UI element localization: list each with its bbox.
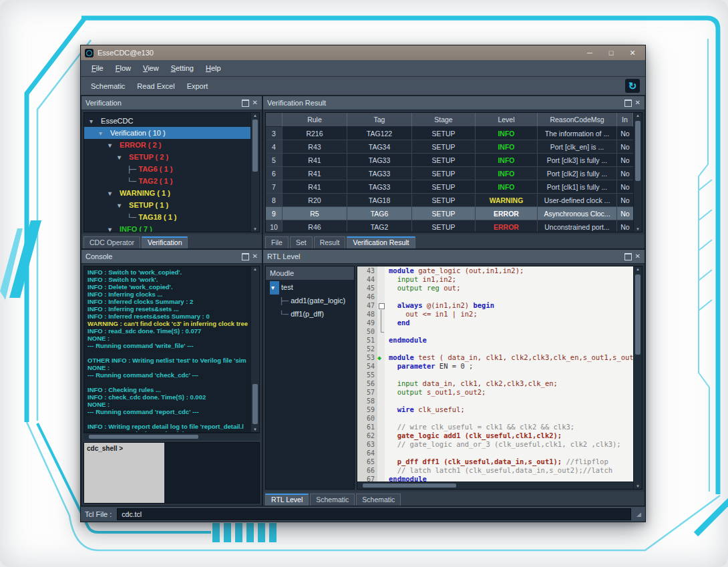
table-row[interactable]: 6R41TAG33SETUPINFOPort [clk2] is fully .… (266, 167, 633, 180)
minimize-button[interactable]: ─ (581, 49, 598, 57)
table-row[interactable]: 8R20TAG18SETUPWARNINGUser-defined clock … (266, 194, 633, 207)
column-header-Stage[interactable]: Stage (412, 113, 476, 127)
column-header-Rule[interactable]: Rule (283, 113, 347, 127)
tree-item[interactable]: ▾ SETUP ( 2 ) (84, 151, 250, 163)
chevron-down-icon[interactable]: ▾ (108, 188, 118, 200)
tree-item[interactable]: ▾ ERROR ( 2 ) (84, 139, 250, 151)
scroll-thumb[interactable] (252, 120, 258, 172)
module-tree-item[interactable]: ▾ test (266, 280, 354, 294)
scroll-up-icon[interactable]: ▲ (634, 267, 642, 271)
menu-item-flow[interactable]: Flow (110, 63, 136, 73)
code-text: gate_logic add1 (clk_useful,clk1,clk2); (385, 431, 562, 440)
scroll-up-icon[interactable]: ▲ (634, 114, 642, 118)
fold-column (377, 371, 385, 379)
tree-item[interactable]: └─ TAG2 ( 1 ) (84, 175, 250, 187)
console-hscrollbar[interactable] (83, 433, 260, 440)
editor-vscrollbar[interactable]: ▲ ▼ (633, 266, 642, 489)
code-line: 67endmodule (357, 475, 633, 482)
scroll-down-icon[interactable]: ▼ (634, 484, 642, 488)
close-icon[interactable]: ✕ (635, 253, 641, 260)
close-icon[interactable]: ✕ (252, 253, 258, 260)
table-row[interactable]: 4R43TAG34SETUPINFOPort [clk_en] is ...No (266, 140, 633, 154)
table-row[interactable]: 9R5TAG6SETUPERRORAsynchronous Cloc...No (266, 207, 633, 220)
line-number: 54 (357, 362, 377, 371)
column-header-Level[interactable]: Level (476, 113, 538, 127)
chevron-down-icon[interactable]: ▾ (270, 281, 279, 295)
scroll-down-icon[interactable]: ▼ (251, 227, 259, 231)
module-tree-item[interactable]: ├─ add1(gate_logic) (266, 294, 354, 307)
tree-item[interactable]: └─ TAG18 ( 1 ) (84, 211, 250, 223)
fold-marker-icon[interactable] (379, 303, 385, 309)
menu-item-view[interactable]: View (138, 63, 164, 73)
undock-icon[interactable] (242, 253, 249, 260)
menu-item-file[interactable]: File (86, 63, 109, 73)
scroll-up-icon[interactable]: ▲ (251, 114, 259, 118)
scroll-thumb[interactable] (89, 435, 198, 439)
scroll-thumb[interactable] (635, 274, 641, 355)
table-row[interactable]: 7R41TAG33SETUPINFOPort [clk1] is fully .… (266, 180, 633, 194)
tcl-file-input[interactable] (117, 508, 631, 520)
module-tree-item[interactable]: └─ dff1(p_dff) (266, 307, 354, 321)
shell-input[interactable] (164, 443, 259, 503)
console-vscrollbar[interactable]: ▲ ▼ (250, 266, 259, 432)
tab-file[interactable]: File (265, 236, 289, 248)
result-vscrollbar[interactable]: ▲ ▼ (633, 113, 642, 232)
tree-item[interactable]: ▾ SETUP ( 1 ) (84, 199, 250, 211)
editor-hscrollbar[interactable] (357, 482, 633, 489)
tree-item[interactable]: ├─ TAG6 ( 1 ) (84, 163, 250, 175)
code-token: input (389, 379, 423, 387)
resize-grip[interactable]: ◢ (636, 511, 641, 518)
tab-schematic[interactable]: Schematic (356, 494, 401, 506)
undock-icon[interactable] (624, 100, 632, 107)
chevron-down-icon[interactable]: ▾ (99, 128, 108, 140)
code-line: 60 (357, 414, 633, 423)
menu-item-help[interactable]: Help (200, 63, 226, 73)
tab-cdc-operator[interactable]: CDC Operator (83, 236, 140, 248)
chevron-down-icon[interactable]: ▾ (118, 152, 127, 164)
chevron-down-icon[interactable]: ▾ (108, 140, 118, 152)
tree-item[interactable]: ▾ INFO ( 7 ) (84, 223, 250, 232)
scroll-thumb[interactable] (363, 484, 456, 488)
chevron-down-icon[interactable]: ▾ (118, 200, 127, 212)
undock-icon[interactable] (242, 100, 249, 107)
undock-icon[interactable] (624, 253, 632, 260)
tab-result[interactable]: Result (314, 236, 346, 248)
titlebar[interactable]: EsseCDC@e130 ─ □ ✕ (81, 45, 645, 60)
tab-verification-result[interactable]: Verification Result (347, 236, 415, 248)
tab-set[interactable]: Set (290, 236, 313, 248)
menu-item-setting[interactable]: Setting (166, 63, 199, 73)
toolbar-button-export[interactable]: Export (182, 80, 213, 92)
close-icon[interactable]: ✕ (252, 100, 258, 106)
chevron-down-icon[interactable]: ▾ (89, 116, 99, 128)
maximize-button[interactable]: □ (602, 49, 620, 57)
table-row[interactable]: 10R46TAG2SETUPERRORUnconstrained port...… (266, 220, 633, 232)
scroll-up-icon[interactable]: ▲ (251, 267, 259, 271)
toolbar-button-read-excel[interactable]: Read Excel (132, 80, 179, 92)
tree-item[interactable]: ▾ WARNING ( 1 ) (84, 187, 250, 199)
column-header-ReasonCodeMsg[interactable]: ReasonCodeMsg (538, 113, 617, 127)
column-header-Tag[interactable]: Tag (347, 113, 412, 127)
verification-tree-box: ▾ EsseCDC▾ Verification ( 10 )▾ ERROR ( … (83, 112, 260, 232)
table-row[interactable]: 5R41TAG33SETUPINFOPort [clk3] is fully .… (266, 154, 633, 167)
cell-num: 6 (266, 167, 283, 180)
verification-tree-scrollbar[interactable]: ▲ ▼ (250, 113, 259, 232)
tree-item[interactable]: ▾ Verification ( 10 ) (84, 127, 250, 139)
table-row[interactable]: 3R216TAG122SETUPINFOThe information of .… (266, 127, 633, 140)
scroll-down-icon[interactable]: ▼ (251, 427, 259, 431)
line-number: 58 (357, 397, 377, 405)
scroll-thumb[interactable] (635, 121, 641, 181)
scroll-down-icon[interactable]: ▼ (634, 227, 642, 231)
tab-verification[interactable]: Verification (142, 236, 188, 248)
column-header-num[interactable] (266, 113, 283, 127)
toolbar-button-schematic[interactable]: Schematic (86, 80, 130, 92)
scroll-thumb[interactable] (252, 384, 258, 424)
cell-tag: TAG33 (347, 154, 412, 167)
tree-item[interactable]: ▾ EsseCDC (84, 115, 250, 127)
tab-rtl-level[interactable]: RTL Level (265, 494, 309, 506)
close-button[interactable]: ✕ (624, 49, 641, 57)
refresh-icon[interactable]: ↻ (625, 79, 640, 93)
tab-schematic[interactable]: Schematic (310, 494, 355, 506)
close-icon[interactable]: ✕ (635, 100, 641, 106)
column-header-In[interactable]: In (617, 113, 633, 127)
chevron-down-icon[interactable]: ▾ (108, 224, 118, 232)
